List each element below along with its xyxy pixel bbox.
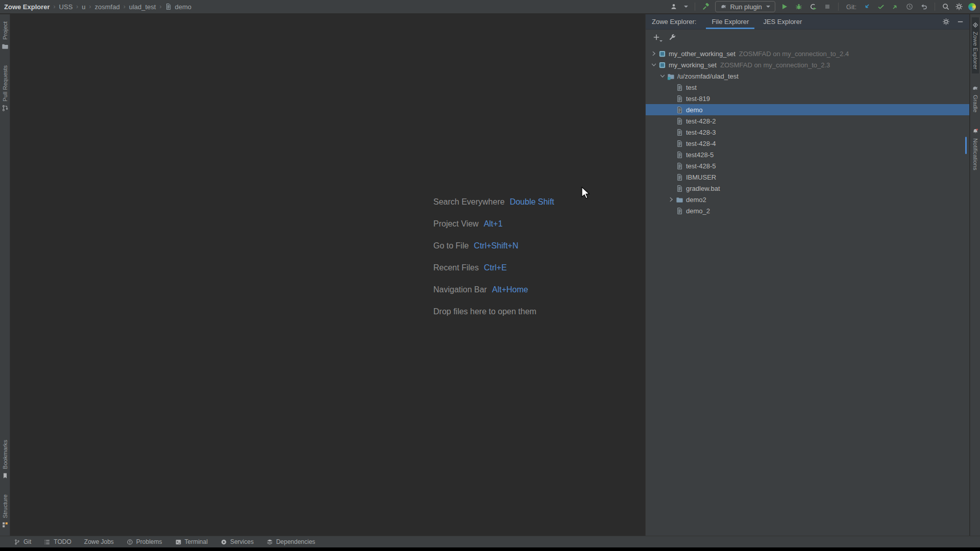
tree-item-label: test-428-4: [686, 140, 716, 147]
tree-item-test-819[interactable]: test-819: [646, 93, 969, 104]
status-bar-item-services[interactable]: Services: [220, 538, 254, 545]
add-button[interactable]: [652, 33, 660, 41]
git-toolbar-label: Git:: [846, 3, 856, 11]
tree-item-my_working_set[interactable]: my_working_setZOSMFAD on my_connection_t…: [646, 59, 969, 70]
tool-window-button-bookmarks[interactable]: Bookmarks: [2, 436, 9, 484]
panel-settings-gear-icon[interactable]: [942, 18, 950, 26]
status-bar-item-todo[interactable]: TODO: [44, 538, 71, 545]
update-project-icon[interactable]: [863, 3, 871, 11]
run-configuration-select[interactable]: Run plugin: [715, 1, 775, 12]
breadcrumb-item[interactable]: zosmfad: [95, 3, 120, 11]
tree-item-test-428-5[interactable]: test-428-5: [646, 160, 969, 171]
tool-window-button-notifications[interactable]: Notifications: [972, 124, 979, 174]
tool-window-button-structure[interactable]: Structure: [2, 490, 9, 533]
run-icon[interactable]: [780, 3, 789, 11]
toolbar-divider: [695, 3, 695, 11]
tree-item-demo2[interactable]: demo2: [646, 194, 969, 205]
status-bar-item-zowe-jobs[interactable]: Zowe Jobs: [84, 538, 114, 545]
folder-root-icon: [667, 72, 675, 80]
tree-item-test428-5[interactable]: test428-5: [646, 149, 969, 160]
user-icon[interactable]: [670, 3, 678, 11]
tree-item-label: test428-5: [686, 151, 714, 159]
status-item-label: Services: [230, 538, 254, 545]
chevron-down-icon[interactable]: [658, 72, 667, 80]
breadcrumb-item[interactable]: demo: [175, 3, 191, 11]
hint-shortcut: Alt+1: [484, 219, 503, 229]
tab-file-explorer[interactable]: File Explorer: [704, 14, 756, 29]
stop-icon[interactable]: [823, 3, 831, 11]
breadcrumb-item[interactable]: u: [82, 3, 85, 11]
breadcrumb-item[interactable]: USS: [59, 3, 73, 11]
tree-item-demo_2[interactable]: demo_2: [646, 205, 969, 216]
tree-item-test-428-3[interactable]: test-428-3: [646, 127, 969, 138]
tree-item-test-428-2[interactable]: test-428-2: [646, 115, 969, 127]
left-tool-stripe: ProjectPull Requests BookmarksStructure: [0, 14, 10, 536]
chevron-down-icon[interactable]: [650, 61, 658, 69]
ide-logo-icon[interactable]: [968, 3, 976, 11]
run-with-coverage-icon[interactable]: [809, 3, 817, 11]
tool-window-button-pull-requests[interactable]: Pull Requests: [2, 61, 9, 116]
tree-item-demo[interactable]: demo: [646, 104, 969, 115]
chevron-right-icon[interactable]: [650, 49, 658, 58]
chevron-spacer: [667, 128, 675, 136]
settings-gear-icon[interactable]: [955, 3, 963, 11]
tab-jes-explorer[interactable]: JES Explorer: [756, 14, 809, 29]
tool-window-button-project[interactable]: Project: [2, 17, 9, 54]
tree-item-label: gradlew.bat: [686, 185, 720, 192]
build-hammer-icon[interactable]: [702, 3, 710, 11]
tool-window-button-gradle[interactable]: Gradle: [972, 81, 979, 117]
rollback-icon[interactable]: [920, 3, 928, 11]
history-icon[interactable]: [905, 3, 914, 11]
services-icon: [220, 539, 227, 545]
chevron-spacer: [667, 173, 675, 181]
tool-window-label: Bookmarks: [2, 440, 8, 469]
chevron-spacer: [667, 83, 675, 91]
tree-item-meta: ZOSMFAD on my_connection_to_2.3: [720, 61, 830, 69]
status-bar-item-dependencies[interactable]: Dependencies: [266, 538, 315, 545]
tree-item-IBMUSER[interactable]: IBMUSER: [646, 171, 969, 183]
panel-hide-icon[interactable]: [957, 18, 964, 26]
editor-area: Search EverywhereDouble ShiftProject Vie…: [11, 14, 645, 536]
hint-shortcut: Ctrl+E: [484, 263, 507, 272]
user-dropdown-caret[interactable]: [684, 6, 688, 8]
breadcrumb-item[interactable]: ulad_test: [129, 3, 156, 11]
tree-item-label: demo_2: [686, 207, 710, 215]
project-folder-icon: [2, 43, 9, 50]
hint-label: Go to File: [433, 241, 469, 251]
tree-item--u-zosmfad-ulad_test[interactable]: /u/zosmfad/ulad_test: [646, 70, 969, 82]
status-bar-item-terminal[interactable]: Terminal: [175, 538, 208, 545]
gradle-elephant-icon: [972, 85, 979, 92]
shortcut-hint: Project ViewAlt+1: [433, 213, 554, 235]
tree-item-test-428-4[interactable]: test-428-4: [646, 138, 969, 149]
toolbar-divider: [838, 3, 839, 11]
tool-window-label: Project: [2, 21, 8, 40]
left-stripe-top: ProjectPull Requests: [2, 17, 9, 116]
status-bar-item-problems[interactable]: Problems: [127, 538, 162, 545]
tree-item-test[interactable]: test: [646, 82, 969, 93]
breadcrumb-separator: ›: [89, 3, 91, 10]
status-bar-item-git[interactable]: Git: [14, 538, 31, 545]
breadcrumb-item[interactable]: Zowe Explorer: [4, 3, 50, 11]
search-icon[interactable]: [942, 3, 950, 11]
scrollbar-marker: [965, 137, 967, 154]
panel-toolbar: [646, 30, 969, 45]
problems-icon: [127, 539, 133, 545]
tree-item-label: test: [686, 84, 697, 91]
debug-icon[interactable]: [795, 3, 803, 11]
commit-icon[interactable]: [877, 3, 885, 11]
file-icon: [165, 3, 172, 10]
todo-list-icon: [44, 539, 51, 545]
tool-window-button-zowe-explorer[interactable]: Zowe Explorer: [972, 17, 979, 73]
hint-label: Recent Files: [433, 263, 479, 272]
chevron-spacer: [667, 184, 675, 192]
wrench-icon[interactable]: [668, 33, 676, 41]
breadcrumb-separator: ›: [159, 3, 161, 10]
tree-item-gradlew-bat[interactable]: gradlew.bat: [646, 183, 969, 194]
chevron-right-icon[interactable]: [667, 195, 675, 204]
panel-header: Zowe Explorer: File ExplorerJES Explorer: [646, 14, 969, 30]
breadcrumb-separator: ›: [124, 3, 126, 10]
tree-item-my_other_working_set[interactable]: my_other_working_setZOSMFAD on my_connec…: [646, 48, 969, 59]
push-icon[interactable]: [891, 3, 899, 11]
tree-item-label: my_other_working_set: [669, 50, 736, 58]
status-item-label: Git: [23, 538, 31, 545]
